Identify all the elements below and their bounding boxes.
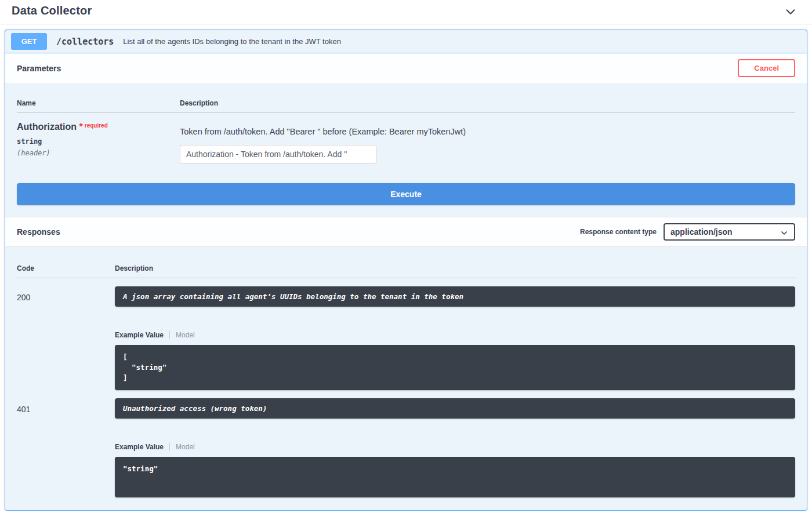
parameter-description-cell: Token from /auth/token. Add "Bearer " be… (180, 122, 795, 163)
parameter-description: Token from /auth/token. Add "Bearer " be… (180, 127, 795, 136)
response-row-200: 200 A json array containing all agent’s … (17, 278, 795, 390)
endpoint-path: /collectors (56, 37, 114, 47)
responses-header: Responses Response content type applicat… (5, 217, 807, 247)
opblock-summary[interactable]: GET /collectors List all of the agents I… (5, 30, 807, 53)
tab-example-value[interactable]: Example Value (115, 443, 170, 451)
parameters-header: Parameters Cancel (5, 53, 807, 83)
tag-section-header: Data Collector (0, 0, 812, 24)
response-code: 401 (17, 398, 115, 497)
response-content-type-value: application/json (670, 227, 733, 237)
column-header-name: Name (17, 99, 180, 107)
response-code: 200 (17, 286, 115, 390)
chevron-down-icon (780, 228, 789, 238)
response-content-type-label: Response content type (580, 228, 657, 236)
example-value-code-block: [ "string" ] (115, 345, 795, 390)
response-row-401: 401 Unauthorized access (wrong token) Ex… (17, 390, 795, 497)
cancel-button[interactable]: Cancel (738, 59, 795, 77)
tag-divider (0, 24, 812, 24)
parameter-name-cell: Authorization *required string (header) (17, 122, 180, 163)
parameters-title: Parameters (17, 64, 61, 73)
tab-model[interactable]: Model (170, 443, 195, 451)
page-title: Data Collector (12, 4, 92, 17)
responses-table-head: Code Description (17, 264, 795, 278)
parameter-type: string (17, 137, 180, 146)
model-tabs: Example Value Model (115, 331, 795, 339)
example-value-code-block: "string" (115, 457, 795, 497)
response-description: A json array containing all agent’s UUID… (115, 286, 795, 307)
model-tabs: Example Value Model (115, 443, 795, 451)
parameter-name: Authorization *required (17, 122, 180, 132)
parameter-location: (header) (17, 149, 180, 157)
response-content-type-select[interactable]: application/json (664, 223, 795, 241)
endpoint-summary: List all of the agents IDs belonging to … (123, 37, 341, 46)
column-header-description: Description (180, 99, 795, 107)
tab-example-value[interactable]: Example Value (115, 331, 170, 339)
authorization-input[interactable] (180, 145, 377, 163)
execute-wrapper: Execute (5, 170, 807, 217)
opblock-get-collectors: GET /collectors List all of the agents I… (5, 30, 807, 511)
method-badge: GET (11, 33, 47, 50)
response-content-type-group: Response content type application/json (580, 223, 795, 241)
response-description: Unauthorized access (wrong token) (115, 398, 795, 419)
response-description-cell: A json array containing all agent’s UUID… (115, 286, 795, 390)
column-header-code: Code (17, 264, 115, 272)
response-description-cell: Unauthorized access (wrong token) Exampl… (115, 398, 795, 497)
parameters-table-head: Name Description (17, 99, 795, 113)
responses-table: Code Description 200 A json array contai… (5, 247, 807, 510)
execute-button[interactable]: Execute (17, 183, 795, 205)
chevron-down-icon[interactable] (784, 5, 797, 18)
responses-title: Responses (17, 227, 60, 237)
tab-model[interactable]: Model (170, 331, 195, 339)
column-header-description: Description (115, 264, 795, 272)
parameters-table: Name Description Authorization *required… (5, 83, 807, 170)
required-label: required (85, 122, 108, 129)
required-asterisk: * (79, 122, 83, 132)
parameter-row: Authorization *required string (header) … (17, 113, 795, 170)
